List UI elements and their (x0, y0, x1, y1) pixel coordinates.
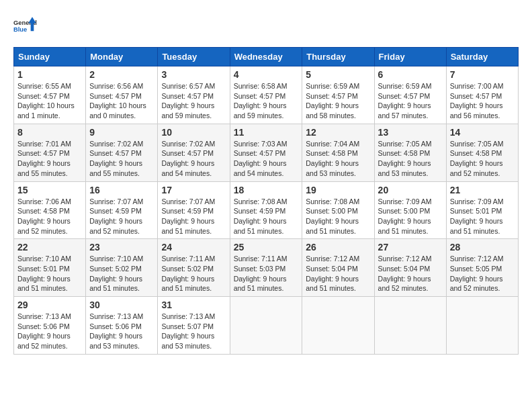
sunrise-text: Sunrise: 7:02 AM (161, 140, 215, 148)
sunset-text: Sunset: 4:57 PM (378, 92, 431, 100)
daylight-line2: and 52 minutes. (450, 169, 500, 177)
calendar-header-row: SundayMondayTuesdayWednesdayThursdayFrid… (14, 48, 519, 66)
calendar-cell: 24Sunrise: 7:11 AMSunset: 5:02 PMDayligh… (158, 239, 230, 297)
day-info: Sunrise: 6:59 AMSunset: 4:57 PMDaylight:… (306, 81, 370, 121)
calendar-week-row: 22Sunrise: 7:10 AMSunset: 5:01 PMDayligh… (14, 239, 519, 297)
day-number: 1 (17, 69, 82, 80)
sunset-text: Sunset: 4:58 PM (17, 207, 70, 215)
sunrise-text: Sunrise: 6:59 AM (306, 82, 359, 90)
calendar-cell: 31Sunrise: 7:13 AMSunset: 5:07 PMDayligh… (158, 297, 230, 355)
sunset-text: Sunset: 5:00 PM (378, 207, 431, 215)
sunset-text: Sunset: 4:57 PM (161, 149, 214, 157)
day-info: Sunrise: 7:10 AMSunset: 5:01 PMDaylight:… (17, 254, 82, 293)
daylight-line2: and 51 minutes. (17, 284, 68, 292)
calendar-cell: 30Sunrise: 7:13 AMSunset: 5:06 PMDayligh… (86, 297, 158, 355)
sunrise-text: Sunrise: 6:57 AM (161, 82, 215, 90)
day-info: Sunrise: 7:13 AMSunset: 5:06 PMDaylight:… (17, 312, 82, 351)
calendar-cell: 7Sunrise: 7:00 AMSunset: 4:57 PMDaylight… (446, 66, 518, 124)
daylight-line2: and 51 minutes. (89, 284, 140, 292)
daylight-line1: Daylight: 9 hours (89, 275, 142, 283)
day-number: 12 (306, 127, 370, 138)
sunrise-text: Sunrise: 7:10 AM (89, 255, 143, 263)
sunset-text: Sunset: 5:02 PM (89, 265, 142, 273)
day-info: Sunrise: 7:07 AMSunset: 4:59 PMDaylight:… (161, 197, 226, 236)
daylight-line1: Daylight: 9 hours (17, 159, 71, 167)
sunrise-text: Sunrise: 7:11 AM (161, 255, 215, 263)
day-number: 9 (89, 127, 154, 138)
calendar-cell: 26Sunrise: 7:12 AMSunset: 5:04 PMDayligh… (302, 239, 374, 297)
calendar-cell: 21Sunrise: 7:09 AMSunset: 5:01 PMDayligh… (446, 181, 518, 239)
daylight-line1: Daylight: 9 hours (306, 275, 359, 283)
sunset-text: Sunset: 5:06 PM (17, 322, 70, 330)
day-number: 19 (306, 185, 370, 195)
calendar-week-row: 1Sunrise: 6:55 AMSunset: 4:57 PMDaylight… (14, 66, 519, 124)
sunrise-text: Sunrise: 7:09 AM (450, 197, 504, 205)
day-number: 27 (378, 242, 443, 253)
sunset-text: Sunset: 4:57 PM (161, 92, 214, 100)
daylight-line1: Daylight: 10 hours (17, 101, 75, 109)
sunrise-text: Sunrise: 7:12 AM (378, 255, 432, 263)
sunrise-text: Sunrise: 7:07 AM (161, 197, 215, 205)
day-info: Sunrise: 7:11 AMSunset: 5:02 PMDaylight:… (161, 254, 226, 293)
daylight-line1: Daylight: 9 hours (17, 332, 71, 340)
day-number: 8 (17, 127, 82, 138)
daylight-line2: and 53 minutes. (161, 342, 212, 350)
sunrise-text: Sunrise: 7:10 AM (17, 255, 71, 263)
sunrise-text: Sunrise: 7:06 AM (17, 197, 71, 205)
day-number: 17 (161, 185, 226, 195)
sunrise-text: Sunrise: 7:13 AM (89, 312, 143, 320)
day-info: Sunrise: 7:08 AMSunset: 5:00 PMDaylight:… (306, 197, 370, 236)
daylight-line1: Daylight: 9 hours (450, 217, 503, 225)
sunset-text: Sunset: 4:59 PM (89, 207, 142, 215)
calendar-week-row: 29Sunrise: 7:13 AMSunset: 5:06 PMDayligh… (14, 297, 519, 355)
calendar-cell: 16Sunrise: 7:07 AMSunset: 4:59 PMDayligh… (86, 181, 158, 239)
sunset-text: Sunset: 4:57 PM (17, 92, 70, 100)
daylight-line1: Daylight: 9 hours (161, 101, 214, 109)
calendar-cell: 18Sunrise: 7:08 AMSunset: 4:59 PMDayligh… (230, 181, 302, 239)
calendar-cell (446, 297, 518, 355)
daylight-line2: and 51 minutes. (378, 227, 429, 235)
daylight-line1: Daylight: 9 hours (89, 159, 142, 167)
sunrise-text: Sunrise: 7:00 AM (450, 82, 504, 90)
sunrise-text: Sunrise: 7:01 AM (17, 140, 71, 148)
daylight-line2: and 51 minutes. (234, 227, 284, 235)
daylight-line2: and 1 minute. (17, 111, 60, 120)
sunset-text: Sunset: 4:57 PM (89, 92, 142, 100)
calendar-cell: 9Sunrise: 7:02 AMSunset: 4:57 PMDaylight… (86, 124, 158, 181)
calendar-cell: 4Sunrise: 6:58 AMSunset: 4:57 PMDaylight… (230, 66, 302, 124)
daylight-line1: Daylight: 9 hours (378, 275, 431, 283)
calendar-cell: 17Sunrise: 7:07 AMSunset: 4:59 PMDayligh… (158, 181, 230, 239)
day-info: Sunrise: 7:11 AMSunset: 5:03 PMDaylight:… (234, 254, 299, 293)
daylight-line1: Daylight: 9 hours (161, 275, 214, 283)
day-info: Sunrise: 6:58 AMSunset: 4:57 PMDaylight:… (234, 81, 299, 121)
sunrise-text: Sunrise: 7:13 AM (17, 312, 71, 320)
calendar-cell: 13Sunrise: 7:05 AMSunset: 4:58 PMDayligh… (374, 124, 446, 181)
day-number: 2 (89, 69, 154, 80)
day-info: Sunrise: 7:03 AMSunset: 4:57 PMDaylight:… (234, 139, 299, 179)
calendar-cell: 15Sunrise: 7:06 AMSunset: 4:58 PMDayligh… (14, 181, 86, 239)
day-info: Sunrise: 6:57 AMSunset: 4:57 PMDaylight:… (161, 81, 226, 121)
sunrise-text: Sunrise: 6:56 AM (89, 82, 143, 90)
day-number: 10 (161, 127, 226, 138)
col-header-monday: Monday (86, 48, 158, 66)
day-info: Sunrise: 7:10 AMSunset: 5:02 PMDaylight:… (89, 254, 154, 293)
sunrise-text: Sunrise: 7:05 AM (450, 140, 504, 148)
calendar-cell: 23Sunrise: 7:10 AMSunset: 5:02 PMDayligh… (86, 239, 158, 297)
daylight-line2: and 54 minutes. (234, 169, 284, 177)
daylight-line2: and 53 minutes. (378, 169, 429, 177)
day-info: Sunrise: 7:01 AMSunset: 4:57 PMDaylight:… (17, 139, 82, 179)
daylight-line1: Daylight: 9 hours (161, 332, 214, 340)
daylight-line2: and 53 minutes. (306, 169, 356, 177)
calendar-cell: 3Sunrise: 6:57 AMSunset: 4:57 PMDaylight… (158, 66, 230, 124)
day-info: Sunrise: 7:13 AMSunset: 5:06 PMDaylight:… (89, 312, 154, 351)
day-info: Sunrise: 7:12 AMSunset: 5:04 PMDaylight:… (378, 254, 443, 293)
daylight-line2: and 52 minutes. (17, 227, 68, 235)
day-number: 18 (234, 185, 299, 195)
sunrise-text: Sunrise: 7:11 AM (234, 255, 287, 263)
daylight-line2: and 52 minutes. (450, 284, 500, 292)
sunrise-text: Sunrise: 7:02 AM (89, 140, 143, 148)
daylight-line2: and 55 minutes. (89, 169, 140, 177)
sunset-text: Sunset: 4:59 PM (161, 207, 214, 215)
calendar-table: SundayMondayTuesdayWednesdayThursdayFrid… (13, 47, 519, 355)
day-number: 13 (378, 127, 443, 138)
